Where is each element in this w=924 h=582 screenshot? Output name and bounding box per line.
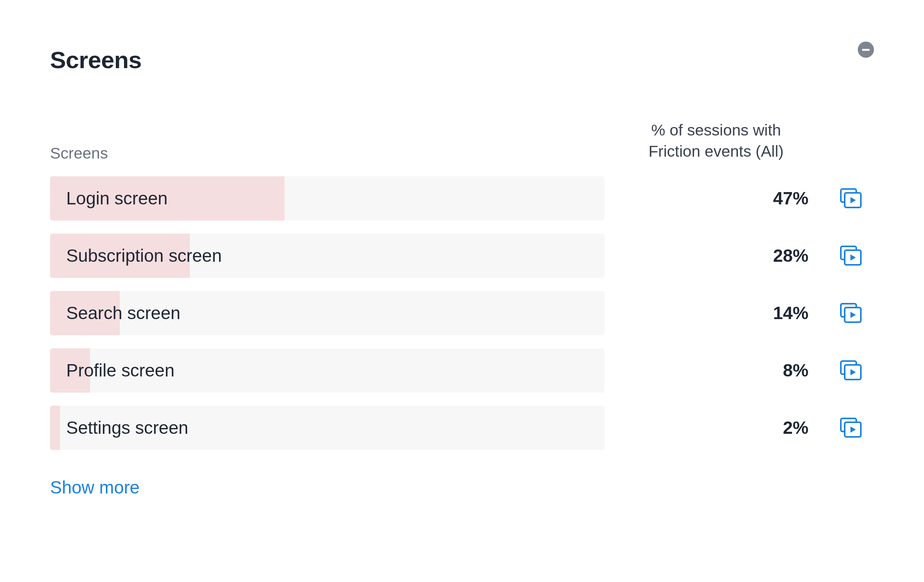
- table-row: Subscription screen 28%: [50, 234, 874, 278]
- show-more-link[interactable]: Show more: [50, 477, 140, 498]
- pct-value: 2%: [783, 418, 808, 438]
- table-row: Profile screen 8%: [50, 348, 874, 393]
- column-header-pct-line2: Friction events (All): [604, 141, 828, 162]
- table-row: Login screen 47%: [50, 176, 874, 221]
- row-label: Login screen: [50, 188, 167, 209]
- play-sessions-icon[interactable]: [840, 303, 862, 323]
- pct-cell: 14%: [604, 303, 828, 323]
- play-sessions-icon[interactable]: [840, 245, 862, 266]
- column-header-pct-line1: % of sessions with: [604, 120, 828, 141]
- pct-cell: 47%: [604, 188, 828, 209]
- pct-value: 8%: [783, 360, 808, 380]
- pct-value: 14%: [773, 303, 808, 323]
- play-sessions-icon[interactable]: [840, 417, 862, 438]
- panel-title: Screens: [50, 46, 874, 74]
- pct-cell: 2%: [604, 417, 828, 438]
- bar-track[interactable]: Search screen: [50, 291, 604, 335]
- play-sessions-icon[interactable]: [840, 188, 862, 209]
- table-header: Screens % of sessions with Friction even…: [50, 120, 874, 162]
- pct-cell: 8%: [604, 360, 828, 381]
- rows-container: Login screen 47% Subscription screen 28%: [50, 176, 874, 450]
- row-label: Search screen: [50, 303, 181, 323]
- bar-track[interactable]: Login screen: [50, 176, 604, 221]
- bar-track[interactable]: Subscription screen: [50, 234, 604, 278]
- collapse-button[interactable]: [858, 42, 874, 58]
- row-label: Subscription screen: [50, 245, 222, 266]
- pct-cell: 28%: [604, 245, 828, 266]
- row-label: Settings screen: [50, 417, 188, 438]
- play-sessions-icon[interactable]: [840, 360, 862, 381]
- pct-value: 28%: [773, 246, 808, 266]
- minus-icon: [862, 49, 870, 51]
- pct-value: 47%: [773, 188, 808, 208]
- table-row: Settings screen 2%: [50, 406, 874, 450]
- screens-panel: Screens Screens % of sessions with Frict…: [0, 0, 924, 544]
- bar-track[interactable]: Profile screen: [50, 348, 604, 393]
- column-header-pct: % of sessions with Friction events (All): [604, 120, 828, 162]
- column-header-name: Screens: [50, 144, 108, 162]
- table-row: Search screen 14%: [50, 291, 874, 335]
- row-label: Profile screen: [50, 360, 174, 381]
- bar-track[interactable]: Settings screen: [50, 406, 604, 450]
